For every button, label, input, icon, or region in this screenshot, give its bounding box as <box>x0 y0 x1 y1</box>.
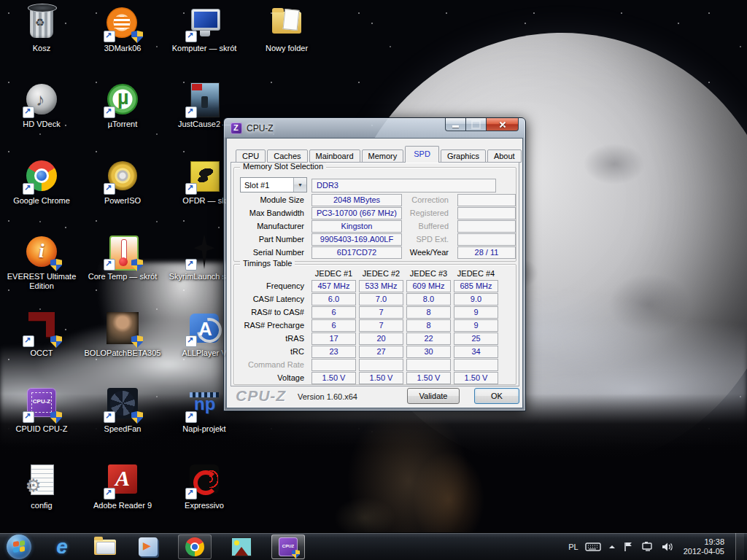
action-center-flag-icon[interactable] <box>623 541 633 553</box>
timing-cell: 8 <box>406 319 451 332</box>
desktop-icon-utorrent[interactable]: µTorrent <box>88 82 157 129</box>
shortcut-arrow-icon <box>185 31 197 42</box>
taskbar-internet-explorer[interactable]: e <box>49 534 75 559</box>
uac-shield-icon <box>131 31 143 43</box>
cpuz-window: CPU-Z CPU Caches Mainboard Memory SPD Gr… <box>223 117 526 411</box>
row-label: Frequency <box>234 280 304 292</box>
field-label: Week/Year <box>365 246 449 259</box>
spd-ext-field <box>457 233 516 246</box>
timings-table-group: Timings Table JEDEC #1 JEDEC #2 JEDEC #3… <box>233 264 516 385</box>
maximize-button[interactable] <box>466 118 486 131</box>
taskbar-chrome[interactable] <box>178 534 212 559</box>
desktop-icon-everest[interactable]: EVEREST Ultimate Edition <box>7 234 76 291</box>
timing-cell: 9 <box>454 306 498 319</box>
icon-label: BOLOPatchBETA305 <box>85 349 161 358</box>
timing-cell: 20 <box>359 332 403 345</box>
field-label: Correction <box>365 194 449 206</box>
column-header: JEDEC #2 <box>359 268 403 279</box>
taskbar-media-player[interactable] <box>135 534 161 559</box>
icon-label: Core Temp — skrót <box>88 272 158 281</box>
timing-cell: 22 <box>406 332 451 345</box>
desktop-icon-occt[interactable]: OCCT <box>7 311 76 358</box>
row-label: Voltage <box>234 372 304 384</box>
timing-cell: 6 <box>311 319 356 332</box>
tab-mainboard[interactable]: Mainboard <box>309 149 360 163</box>
row-label: CAS# Latency <box>234 293 304 306</box>
shortcut-arrow-icon <box>185 259 197 271</box>
desktop-icon-adobe-reader[interactable]: Adobe Reader 9 <box>88 463 157 510</box>
tab-caches[interactable]: Caches <box>267 149 307 163</box>
desktop-icon-komputer[interactable]: Komputer — skrót <box>170 6 239 53</box>
title-bar[interactable]: CPU-Z <box>224 118 525 138</box>
taskbar-cpuz-active[interactable] <box>271 534 305 559</box>
uac-shield-icon <box>131 335 143 348</box>
uac-shield-icon <box>292 550 300 559</box>
desktop-icon-config[interactable]: config <box>7 463 76 510</box>
shortcut-arrow-icon <box>104 488 115 499</box>
slot-select-dropdown[interactable]: Slot #1 ▼ <box>240 177 307 192</box>
shortcut-arrow-icon <box>185 106 197 118</box>
show-desktop-button[interactable] <box>735 533 744 560</box>
volume-icon[interactable] <box>661 541 674 553</box>
desktop-icon-expressivo[interactable]: Expressivo <box>170 463 239 510</box>
tab-memory[interactable]: Memory <box>362 149 404 163</box>
cpuz-logo: CPU-Z <box>236 387 286 405</box>
desktop-icon-bolopatch[interactable]: BOLOPatchBETA305 <box>88 311 157 358</box>
windows-orb-icon <box>7 534 31 559</box>
desktop-icon-hd-vdeck[interactable]: HD VDeck <box>7 82 76 129</box>
timing-cell <box>406 359 451 371</box>
registered-field <box>457 207 516 219</box>
field-label: Serial Number <box>234 246 304 259</box>
timing-cell <box>454 359 498 371</box>
timing-cell: 6.0 <box>311 293 356 306</box>
timing-cell: 30 <box>406 346 451 358</box>
explorer-folder-icon <box>94 540 116 555</box>
window-client-area: CPU Caches Mainboard Memory SPD Graphics… <box>226 138 523 408</box>
shortcut-arrow-icon <box>185 488 197 499</box>
desktop-icon-kosz[interactable]: Kosz <box>7 6 76 53</box>
taskbar-image-viewer[interactable] <box>228 534 255 559</box>
validate-button[interactable]: Validate <box>407 388 460 404</box>
timing-cell <box>311 359 356 371</box>
clock[interactable]: 19:38 2012-04-05 <box>684 537 724 556</box>
timing-cell: 1.50 V <box>454 372 498 384</box>
timing-cell: 23 <box>311 346 356 358</box>
uac-shield-icon <box>131 411 143 424</box>
memory-slot-selection-group: Memory Slot Selection Slot #1 ▼ DDR3 Mod… <box>233 167 516 262</box>
column-header: JEDEC #4 <box>454 268 498 279</box>
timing-cell: 1.50 V <box>359 372 403 384</box>
shortcut-arrow-icon <box>23 335 34 347</box>
tab-spd[interactable]: SPD <box>405 146 439 163</box>
desktop-icon-3dmark06[interactable]: 3DMark06 <box>88 6 157 53</box>
correction-field <box>457 194 516 206</box>
show-hidden-icons-chevron[interactable] <box>608 543 616 551</box>
desktop-icon-speedfan[interactable]: SpeedFan <box>88 386 157 434</box>
keyboard-icon[interactable] <box>585 541 601 553</box>
timing-cell: 7.0 <box>359 293 403 306</box>
clock-date: 2012-04-05 <box>684 547 724 556</box>
row-label: Command Rate <box>234 359 304 371</box>
network-icon[interactable] <box>640 541 654 553</box>
tab-cpu[interactable]: CPU <box>236 149 266 163</box>
field-label: Module Size <box>234 194 304 206</box>
minimize-button[interactable] <box>445 118 466 131</box>
desktop-icon-poweriso[interactable]: PowerISO <box>88 158 157 206</box>
tab-graphics[interactable]: Graphics <box>441 149 486 163</box>
start-button[interactable] <box>6 534 32 559</box>
tab-about[interactable]: About <box>487 149 522 163</box>
timing-cell: 8.0 <box>406 293 451 306</box>
timing-cell: 609 MHz <box>406 280 451 292</box>
icon-label: EVEREST Ultimate Edition <box>0 272 85 291</box>
close-button[interactable] <box>486 118 519 131</box>
desktop-icon-core-temp[interactable]: Core Temp — skrót <box>88 234 157 281</box>
desktop-icon-chrome[interactable]: Google Chrome <box>7 158 76 206</box>
uac-shield-icon <box>50 335 62 348</box>
icon-label: PowerISO <box>104 196 141 206</box>
language-indicator[interactable]: PL <box>568 542 578 551</box>
chevron-down-icon[interactable]: ▼ <box>293 178 306 192</box>
ok-button[interactable]: OK <box>474 388 519 404</box>
desktop-icon-nowy-folder[interactable]: Nowy folder <box>252 6 321 53</box>
taskbar-windows-explorer[interactable] <box>92 534 118 559</box>
desktop-icon-cpuid-cpuz[interactable]: CPUID CPU-Z <box>7 386 76 434</box>
icon-label: Expressivo <box>185 501 224 510</box>
